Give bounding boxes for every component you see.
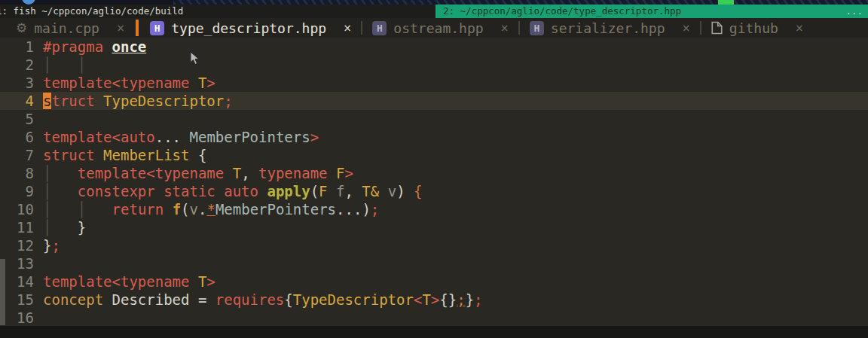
code-token: < <box>414 291 422 308</box>
tab-label: main.cpp <box>34 20 99 36</box>
tab-label: ostream.hpp <box>393 20 483 36</box>
code-line-text: struct TypeDescriptor; <box>43 92 233 110</box>
code-line[interactable]: 14template<typename T> <box>0 273 868 291</box>
code-token: { <box>198 147 206 163</box>
code-token <box>51 56 77 73</box>
active-tab-indicator <box>136 20 139 36</box>
file-icon <box>711 21 723 35</box>
editor-caret: s <box>43 93 51 109</box>
code-token: ; <box>51 237 60 254</box>
line-number: 13 <box>0 254 43 273</box>
code-line[interactable]: 8│ template<typename T, typename F> <box>0 164 868 182</box>
code-token: T& <box>362 183 379 199</box>
code-token: MemberPointers <box>190 129 310 145</box>
header-file-icon: H <box>372 21 387 35</box>
code-line[interactable]: 4struct TypeDescriptor; <box>0 92 868 110</box>
left-edge-scrollbar[interactable] <box>0 259 5 325</box>
code-token: return <box>112 201 173 218</box>
close-icon[interactable]: × <box>796 20 803 35</box>
code-token: template<typename <box>43 75 198 91</box>
code-token: #pragma <box>43 38 112 55</box>
code-line[interactable]: 5 <box>0 110 868 128</box>
line-number: 16 <box>0 309 43 326</box>
code-line[interactable]: 16 <box>0 309 868 326</box>
code-token: > <box>310 129 319 145</box>
code-line-text: │ template<typename T, typename F> <box>43 164 353 182</box>
line-number: 9 <box>0 182 43 200</box>
tab-serializer-hpp[interactable]: H serializer.hpp × <box>520 18 700 38</box>
code-token <box>181 129 189 145</box>
close-icon[interactable]: × <box>344 20 351 35</box>
code-editor[interactable]: 1#pragma once2│ │3template<typename T>4s… <box>0 38 868 326</box>
code-line[interactable]: 6template<auto... MemberPointers> <box>0 128 868 146</box>
line-number: 10 <box>0 200 43 218</box>
code-token: apply <box>267 183 310 199</box>
mouse-cursor <box>190 51 200 69</box>
line-number: 12 <box>0 236 43 254</box>
code-line[interactable]: 11│ } <box>0 218 868 236</box>
code-token: TypeDescriptor <box>103 93 224 109</box>
code-token: T <box>233 165 241 181</box>
line-number: 14 <box>0 273 43 291</box>
tab-label: serializer.hpp <box>551 20 665 36</box>
code-line[interactable]: 15concept Described = requires{TypeDescr… <box>0 291 868 309</box>
line-number: 1 <box>0 38 43 56</box>
gear-icon: ⚙ <box>16 20 27 35</box>
tab-main-cpp[interactable]: ⚙ main.cpp × <box>6 18 134 38</box>
tab-github[interactable]: github × <box>701 18 813 38</box>
code-token: {} <box>439 291 457 308</box>
tmux-status-bar: 1: fish ~/cppcon/aglio/code/build 2: ~/c… <box>0 5 868 18</box>
code-line[interactable]: 12}; <box>0 236 868 254</box>
code-token: template<auto <box>43 129 155 145</box>
code-token <box>51 219 77 236</box>
code-token: v <box>388 183 396 199</box>
bottom-window-strip <box>0 326 868 338</box>
tab-label: github <box>729 20 778 36</box>
tab-label: type_descriptor.hpp <box>171 20 326 36</box>
line-number: 6 <box>0 128 43 146</box>
code-token: constexpr static auto <box>78 183 267 199</box>
code-line[interactable]: 10│ │ return f(v.*MemberPointers...); <box>0 200 868 218</box>
header-file-icon: H <box>530 21 544 35</box>
code-token: template<typename <box>43 273 198 290</box>
terminal-window: 1: fish ~/cppcon/aglio/code/build 2: ~/c… <box>0 0 868 338</box>
code-token: │ <box>78 201 86 218</box>
line-number: 5 <box>0 110 43 128</box>
code-line[interactable]: 1#pragma once <box>0 38 868 56</box>
close-icon[interactable]: × <box>117 20 124 35</box>
code-token: F <box>336 165 344 181</box>
tmux-window-fish-label: 1: fish ~/cppcon/aglio/code/build <box>0 5 183 18</box>
code-line-text: }; <box>43 236 60 254</box>
tab-ostream-hpp[interactable]: H ostream.hpp × <box>362 18 518 38</box>
code-line[interactable]: 9│ constexpr static auto apply(F f, T& v… <box>0 182 868 200</box>
close-icon[interactable]: × <box>501 20 509 35</box>
code-line-text: struct MemberList { <box>43 146 206 164</box>
code-token: ) <box>362 201 370 218</box>
code-token: } <box>78 219 86 236</box>
code-token: requires <box>215 291 285 308</box>
code-line-text: template<typename T> <box>43 74 215 92</box>
code-line-text: │ constexpr static auto apply(F f, T& v)… <box>43 182 423 200</box>
code-token: ; <box>371 201 379 218</box>
code-token: │ <box>43 219 51 236</box>
code-token: typename <box>258 165 336 181</box>
line-number: 4 <box>0 92 43 110</box>
code-token: ... <box>336 201 362 218</box>
code-token: Described <box>112 291 198 308</box>
code-line[interactable]: 2│ │ <box>0 56 868 74</box>
tmux-window-editor[interactable]: 2: ~/cppcon/aglio/code/type_descriptor.h… <box>436 5 868 18</box>
tmux-window-fish[interactable]: 1: fish ~/cppcon/aglio/code/build <box>0 5 436 18</box>
line-number: 15 <box>0 291 43 309</box>
code-line-text: template<auto... MemberPointers> <box>43 128 319 146</box>
code-token: │ <box>43 56 51 73</box>
code-token: f <box>173 201 181 218</box>
code-token: , <box>241 165 258 181</box>
code-token: ; <box>457 291 465 308</box>
editor-tab-bar: ⚙ main.cpp × H type_descriptor.hpp × H o… <box>0 18 868 38</box>
code-line[interactable]: 3template<typename T> <box>0 74 868 92</box>
tab-type-descriptor-hpp[interactable]: H type_descriptor.hpp × <box>140 18 361 38</box>
code-line[interactable]: 7struct MemberList { <box>0 146 868 164</box>
code-line[interactable]: 13 <box>0 254 868 273</box>
code-token: ) <box>396 183 414 199</box>
close-icon[interactable]: × <box>683 20 690 35</box>
